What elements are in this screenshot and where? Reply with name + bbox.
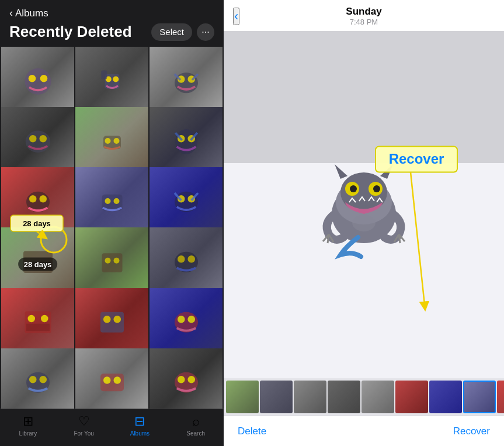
back-chevron-icon: ‹ [234, 9, 238, 23]
svg-point-65 [350, 185, 357, 192]
svg-point-53 [178, 376, 185, 383]
back-chevron-icon: ‹ [9, 7, 13, 19]
days-label-highlighted: 28 days [18, 257, 58, 271]
svg-point-47 [29, 376, 37, 383]
thumbnail[interactable] [429, 381, 462, 413]
header-buttons: Select ··· [151, 23, 214, 41]
thumbnail-strip[interactable] [224, 378, 504, 416]
svg-point-41 [103, 316, 111, 323]
svg-rect-37 [26, 324, 50, 331]
svg-point-42 [113, 316, 121, 323]
svg-point-24 [113, 198, 119, 204]
svg-point-23 [105, 198, 110, 204]
header-row: Recently Deleted Select ··· [9, 23, 214, 41]
svg-point-44 [178, 316, 185, 323]
svg-point-51 [113, 377, 121, 385]
svg-rect-6 [101, 70, 107, 79]
svg-rect-30 [102, 253, 122, 272]
thumbnail[interactable] [362, 381, 394, 413]
svg-point-34 [178, 255, 185, 263]
thumbnail[interactable] [328, 381, 360, 413]
svg-point-14 [105, 138, 110, 144]
svg-point-12 [39, 135, 47, 143]
nav-label-library: Library [19, 430, 37, 437]
right-header: ‹ Sunday 7:48 PM [224, 0, 504, 32]
nav-item-albums[interactable]: ⊟ Albums [112, 414, 168, 437]
svg-point-66 [373, 185, 380, 192]
photo-grid: 28 days 28 days 28 days 28 days 28 days … [0, 46, 224, 409]
svg-point-20 [29, 195, 37, 203]
svg-point-39 [41, 315, 48, 323]
photo-cell[interactable]: 28 days [1, 348, 74, 409]
right-header-text: Sunday 7:48 PM [346, 6, 381, 26]
monster-toy-image [305, 147, 422, 264]
photo-cell[interactable]: 28 days [75, 348, 148, 409]
svg-point-45 [187, 316, 195, 323]
thumbnail[interactable] [294, 381, 326, 413]
svg-marker-67 [335, 164, 347, 179]
left-panel: ‹ Albums Recently Deleted Select ··· 28 … [0, 0, 224, 446]
svg-rect-49 [100, 374, 124, 392]
main-photo-area[interactable]: Recover [224, 32, 504, 378]
left-header: ‹ Albums Recently Deleted Select ··· [0, 0, 224, 46]
right-panel: ‹ Sunday 7:48 PM [224, 0, 504, 446]
library-icon: ⊞ [23, 414, 33, 429]
thumbnail[interactable] [497, 381, 504, 413]
nav-item-search[interactable]: ⌕ Search [168, 414, 224, 437]
svg-point-35 [187, 255, 195, 263]
right-header-time: 7:48 PM [346, 18, 381, 26]
svg-point-5 [113, 76, 119, 82]
more-button[interactable]: ··· [197, 23, 214, 41]
delete-button[interactable]: Delete [238, 426, 266, 437]
svg-marker-68 [380, 164, 393, 179]
for-you-icon: ♡ [78, 414, 90, 429]
svg-rect-40 [100, 312, 124, 333]
thumbnail[interactable] [260, 381, 293, 413]
page-title: Recently Deleted [9, 23, 132, 41]
svg-point-15 [113, 138, 119, 144]
nav-label-for-you: For You [74, 430, 93, 437]
thumbnail-selected[interactable] [463, 381, 496, 413]
svg-point-38 [27, 315, 35, 323]
svg-point-21 [39, 195, 47, 203]
photo-cell[interactable]: 28 days [150, 348, 223, 409]
search-icon: ⌕ [192, 414, 200, 429]
svg-point-48 [39, 376, 47, 383]
select-button[interactable]: Select [151, 23, 192, 41]
svg-point-54 [187, 376, 195, 383]
svg-point-2 [40, 75, 47, 82]
svg-point-69 [352, 214, 376, 231]
right-header-day: Sunday [346, 6, 381, 18]
svg-point-11 [29, 135, 37, 143]
action-bar: Delete Recover [224, 416, 504, 446]
right-back-button[interactable]: ‹ [233, 8, 239, 25]
svg-point-31 [105, 258, 110, 264]
svg-point-50 [103, 377, 111, 385]
main-photo-display [288, 129, 440, 281]
svg-point-32 [113, 258, 119, 264]
nav-label-albums: Albums [130, 430, 150, 437]
nav-item-for-you[interactable]: ♡ For You [56, 414, 112, 437]
back-nav[interactable]: ‹ Albums [9, 7, 214, 19]
nav-label-search: Search [186, 430, 205, 437]
thumbnail[interactable] [226, 381, 259, 413]
back-label[interactable]: Albums [15, 8, 48, 19]
nav-item-library[interactable]: ⊞ Library [0, 414, 56, 437]
recover-button[interactable]: Recover [453, 426, 490, 437]
svg-point-1 [28, 75, 36, 82]
bottom-nav: ⊞ Library ♡ For You ⊟ Albums ⌕ Search [0, 409, 224, 446]
thumbnail[interactable] [395, 381, 428, 413]
albums-icon: ⊟ [134, 414, 145, 429]
